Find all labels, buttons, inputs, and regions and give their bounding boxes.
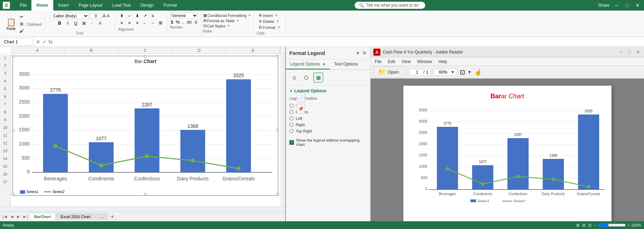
vertical-scrollbar[interactable] — [280, 54, 285, 206]
fx-icon[interactable]: fx — [49, 39, 53, 45]
percent-button[interactable]: % — [175, 19, 181, 25]
cancel-icon[interactable]: ✕ — [36, 39, 40, 45]
fill-color-button[interactable]: A — [89, 20, 96, 26]
adobe-menu-help[interactable]: Help — [436, 58, 450, 65]
adobe-open-button[interactable]: 📁 Open — [373, 67, 404, 78]
minimize-button[interactable]: ─ — [613, 2, 620, 9]
underline-button[interactable]: U — [72, 20, 79, 26]
format-painter-button[interactable]: 🖌 — [18, 28, 25, 34]
tab-nav-prev[interactable]: ◄ — [9, 213, 15, 220]
align-center-button[interactable]: ≡ — [126, 20, 133, 26]
zoom-toolbar-dropdown[interactable]: ▼ — [468, 70, 471, 74]
excel-chart-container[interactable]: Bar Chart 3500 3000 2500 2000 1500 1000 … — [11, 54, 280, 206]
tab-load-test[interactable]: Load Test — [107, 0, 136, 11]
zoom-dropdown-icon[interactable]: ▼ — [451, 70, 455, 74]
tab-nav-next-next[interactable]: ►| — [22, 213, 29, 220]
font-size-input[interactable] — [90, 13, 101, 19]
adobe-menu-window[interactable]: Window — [414, 58, 435, 65]
adobe-menu-view[interactable]: View — [399, 58, 414, 65]
increase-decimal-button[interactable]: .00 — [185, 20, 192, 24]
font-shrink-icon[interactable]: A — [107, 14, 109, 18]
sheet-tab-more[interactable]: ... — [96, 213, 108, 220]
add-sheet-button[interactable]: + — [109, 213, 116, 220]
resize-handle-bl[interactable] — [12, 193, 14, 196]
fit-page-button[interactable]: ⊡ — [460, 68, 465, 76]
conditional-formatting-button[interactable]: ▦ Conditional Formatting ▼ — [203, 13, 252, 18]
radio-top-right[interactable]: Top Right — [289, 128, 367, 134]
align-top-button[interactable]: ⬆ — [118, 13, 125, 19]
decrease-indent-button[interactable]: ← — [142, 20, 149, 26]
close-button[interactable]: ✕ — [634, 2, 641, 9]
bar-chart-icon-button[interactable]: ▦ — [313, 73, 323, 82]
increase-indent-button[interactable]: → — [149, 20, 156, 26]
restore-button[interactable]: □ — [624, 2, 631, 9]
zoom-input[interactable] — [436, 70, 450, 75]
cell-styles-button[interactable]: ⊟ Cell Styles ▼ — [203, 23, 252, 29]
currency-button[interactable]: $ — [170, 19, 174, 25]
align-middle-button[interactable]: ↔ — [126, 13, 133, 19]
pentagon-icon-button[interactable]: ⬠ — [301, 73, 311, 82]
format-panel-close-button[interactable]: ✕ — [362, 50, 367, 56]
name-box[interactable] — [1, 38, 33, 45]
comma-button[interactable]: , — [182, 19, 185, 25]
wrap-text-button[interactable]: ≡ — [149, 13, 156, 19]
format-tab-text-options[interactable]: Text Options — [330, 60, 362, 69]
align-left-button[interactable]: ≡ — [118, 20, 125, 26]
tab-file[interactable]: File — [15, 0, 31, 11]
page-break-icon[interactable]: ⊡ — [588, 223, 591, 228]
sheet-tab-excel2016[interactable]: Excel 2016 Chart — [56, 213, 95, 220]
radio-right[interactable]: Right — [289, 122, 367, 128]
sheet-tab-barchart[interactable]: BarChart — [30, 213, 55, 220]
legend-options-dropdown[interactable]: ▼ — [322, 62, 326, 66]
zoom-in-button[interactable]: + — [627, 223, 630, 227]
resize-handle-mr[interactable] — [276, 129, 279, 132]
adobe-restore-button[interactable]: □ — [626, 49, 633, 55]
zoom-slider[interactable] — [598, 222, 626, 228]
page-layout-icon[interactable]: ⊞ — [576, 223, 579, 228]
delete-button[interactable]: ⊖ Delete ▼ — [257, 19, 283, 24]
resize-handle-br[interactable] — [276, 193, 279, 196]
formula-input[interactable] — [55, 39, 643, 45]
adobe-menu-edit[interactable]: Edit — [385, 58, 398, 65]
tab-page-layout[interactable]: Page Layout — [74, 0, 107, 11]
show-legend-checkbox[interactable]: ✓ Show the legend without overlapping ch… — [289, 137, 367, 148]
format-panel-dropdown-icon[interactable]: ▼ — [356, 51, 360, 56]
insert-button[interactable]: ⊕ Insert ▼ — [257, 13, 283, 18]
decrease-decimal-button[interactable]: .0 — [193, 20, 198, 24]
paste-button[interactable]: 📋 Paste — [6, 17, 17, 31]
resize-handle-tr[interactable] — [276, 55, 279, 58]
tab-nav-prev-prev[interactable]: |◄ — [1, 213, 9, 220]
tab-insert[interactable]: Insert — [53, 0, 74, 11]
font-grow-icon[interactable]: A — [102, 13, 106, 19]
format-as-table-button[interactable]: ⊞ Format as Table ▼ — [203, 18, 252, 23]
border-button[interactable]: ⊞ — [80, 20, 88, 26]
tell-me-box[interactable]: 🔍 Tell me what you want to do — [355, 2, 425, 9]
text-angle-button[interactable]: ↗ — [142, 13, 149, 19]
resize-handle-tl[interactable] — [12, 55, 14, 58]
radio-left[interactable]: Left — [289, 115, 367, 122]
adobe-menu-file[interactable]: File — [372, 58, 384, 65]
adobe-close-button[interactable]: ✕ — [635, 49, 641, 55]
font-family-select[interactable]: Calibri (Body) — [50, 13, 89, 19]
cut-button[interactable]: ✂ — [18, 14, 25, 20]
format-button[interactable]: ⊟ Format ▼ — [257, 25, 283, 30]
normal-view-icon[interactable]: ⊟ — [582, 223, 585, 228]
bold-button[interactable]: B — [56, 20, 63, 26]
tab-home[interactable]: Home — [31, 0, 53, 11]
horizontal-scrollbar[interactable] — [0, 206, 285, 211]
tab-nav-next[interactable]: ► — [15, 213, 22, 220]
resize-handle-ml[interactable] — [12, 129, 14, 132]
font-color-button[interactable]: A — [97, 20, 104, 26]
diamond-icon-button[interactable]: ◇ — [289, 73, 299, 82]
merge-center-button[interactable]: ⊞ — [157, 20, 164, 26]
resize-handle-bc[interactable] — [144, 193, 147, 196]
number-format-select[interactable]: General — [170, 13, 198, 18]
align-right-button[interactable]: ≡ — [134, 20, 141, 26]
resize-handle-tc[interactable] — [144, 55, 147, 58]
adobe-minimize-button[interactable]: ─ — [618, 49, 624, 55]
tab-design[interactable]: Design — [136, 0, 158, 11]
zoom-out-button[interactable]: − — [594, 223, 596, 227]
copy-button[interactable]: ⧉ — [18, 21, 25, 27]
share-button[interactable]: Share — [598, 3, 609, 8]
confirm-icon[interactable]: ✓ — [42, 39, 47, 45]
